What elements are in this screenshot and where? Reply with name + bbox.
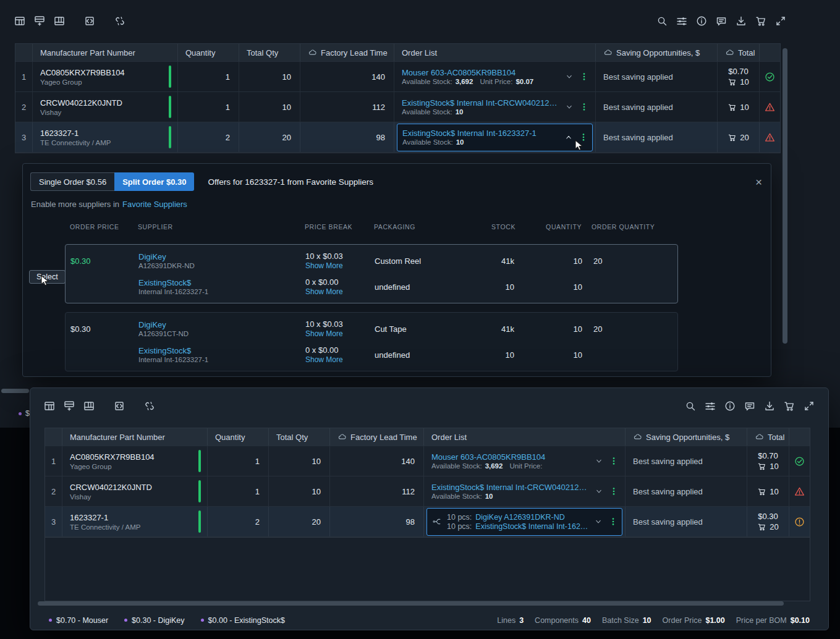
bom-grid-window: Manufacturer Part Number Quantity Total … bbox=[0, 0, 840, 428]
favorite-suppliers-link[interactable]: Favorite Suppliers bbox=[122, 200, 187, 209]
order-list-cell: ExistingStock$ Internal Int-CRCW040212K0… bbox=[424, 476, 626, 506]
supplier-link[interactable]: DigiKey bbox=[138, 320, 295, 329]
cart-button[interactable] bbox=[755, 15, 767, 27]
col-quantity[interactable]: Quantity bbox=[178, 44, 239, 61]
order-select-split[interactable]: 10 pcs:DigiKey A126391DKR-ND 10 pcs:Exis… bbox=[426, 508, 622, 536]
kebab-menu-icon[interactable] bbox=[579, 102, 589, 112]
show-more-link[interactable]: Show More bbox=[305, 261, 365, 270]
unlink-button[interactable] bbox=[114, 15, 126, 27]
horizontal-scrollbar[interactable] bbox=[38, 601, 784, 606]
table-header-view-button[interactable] bbox=[43, 400, 56, 412]
order-list-cell: Mouser 603-AC0805KR9BB104 Available Stoc… bbox=[394, 62, 596, 91]
col-saving[interactable]: Saving Opportunities, $ bbox=[596, 44, 718, 61]
supplier-link[interactable]: ExistingStock$ bbox=[138, 278, 295, 287]
download-button[interactable] bbox=[763, 400, 776, 412]
kebab-menu-icon[interactable] bbox=[579, 72, 589, 82]
order-link[interactable]: DigiKey A126391DKR-ND bbox=[475, 513, 565, 522]
order-select[interactable]: ExistingStock$ Internal Int-CRCW040212K0… bbox=[397, 93, 593, 121]
order-link[interactable]: Mouser 603-AC0805KR9BB104 bbox=[402, 68, 559, 77]
comments-button[interactable] bbox=[744, 400, 756, 412]
expand-button[interactable] bbox=[803, 400, 815, 412]
status-bar: $0.70 - Mouser $0.30 - DigiKey $0.00 - E… bbox=[30, 609, 828, 631]
table-row-selected[interactable]: 3 1623327-1 TE Connectivity / AMP 2 20 9… bbox=[45, 507, 810, 537]
manufacturer: TE Connectivity / AMP bbox=[40, 139, 111, 146]
col-mpn[interactable]: Manufacturer Part Number bbox=[33, 44, 178, 61]
show-more-link[interactable]: Show More bbox=[305, 287, 365, 296]
comments-button[interactable] bbox=[715, 15, 728, 27]
price-break-cell: 10 x $0.03Show More bbox=[300, 252, 370, 270]
cart-qty: 20 bbox=[740, 133, 749, 142]
order-link[interactable]: ExistingStock$ Internal Int-1623327-1 bbox=[402, 129, 559, 138]
chevron-down-icon[interactable] bbox=[564, 72, 574, 82]
chevron-down-icon[interactable] bbox=[593, 517, 603, 527]
kebab-menu-icon[interactable] bbox=[609, 456, 619, 466]
table-row-selected[interactable]: 3 1623327-1 TE Connectivity / AMP 2 20 9… bbox=[15, 122, 780, 153]
show-more-link[interactable]: Show More bbox=[305, 355, 365, 364]
col-saving[interactable]: Saving Opportunities, $ bbox=[626, 428, 747, 446]
insert-row-button[interactable] bbox=[33, 15, 46, 27]
table-row[interactable]: 1 AC0805KRX7R9BB104 Yageo Group 1 10 140… bbox=[45, 446, 810, 476]
kebab-menu-icon[interactable] bbox=[609, 486, 619, 496]
order-select[interactable]: ExistingStock$ Internal Int-CRCW040212K0… bbox=[426, 478, 622, 506]
order-select[interactable]: Mouser 603-AC0805KR9BB104 Available Stoc… bbox=[397, 63, 593, 91]
cart-button[interactable] bbox=[783, 400, 795, 412]
order-select[interactable]: Mouser 603-AC0805KR9BB104 Available Stoc… bbox=[426, 447, 622, 475]
horizontal-scrollbar-fragment[interactable] bbox=[1, 389, 29, 393]
table-footer-view-button[interactable] bbox=[83, 400, 95, 412]
col-order-list[interactable]: Order List bbox=[394, 44, 596, 61]
close-icon[interactable]: × bbox=[755, 176, 762, 188]
supplier-link[interactable]: DigiKey bbox=[138, 252, 295, 261]
legend-dot bbox=[201, 619, 204, 622]
col-total[interactable]: Total bbox=[747, 428, 789, 446]
insert-row-button[interactable] bbox=[63, 400, 75, 412]
chevron-down-icon[interactable] bbox=[564, 102, 574, 112]
info-button[interactable] bbox=[695, 15, 708, 27]
stock-indicator-bar bbox=[198, 480, 201, 502]
order-link[interactable]: ExistingStock$ Internal Int-CRCW040212K0… bbox=[431, 483, 589, 492]
col-mpn[interactable]: Manufacturer Part Number bbox=[62, 428, 208, 446]
col-order-list[interactable]: Order List bbox=[424, 428, 626, 446]
kebab-menu-icon[interactable] bbox=[579, 132, 588, 142]
select-offer-button[interactable]: Select bbox=[29, 270, 66, 284]
col-row-number bbox=[15, 44, 33, 61]
order-link[interactable]: ExistingStock$ Internal Int-16233... bbox=[475, 522, 588, 531]
auto-fit-columns-button[interactable] bbox=[113, 400, 125, 412]
cart-icon bbox=[728, 103, 737, 112]
table-footer-view-button[interactable] bbox=[53, 15, 66, 27]
supplier-link[interactable]: ExistingStock$ bbox=[138, 346, 295, 355]
col-total-qty[interactable]: Total Qty bbox=[269, 428, 330, 446]
col-lead-time[interactable]: Factory Lead Time bbox=[300, 44, 394, 61]
unlink-button[interactable] bbox=[143, 400, 156, 412]
order-link[interactable]: Mouser 603-AC0805KR9BB104 bbox=[431, 452, 589, 462]
search-button[interactable] bbox=[656, 15, 668, 27]
col-total-qty[interactable]: Total Qty bbox=[239, 44, 300, 61]
offer-group[interactable]: $0.30 DigiKeyA126391CT-ND 10 x $0.03Show… bbox=[65, 312, 678, 371]
search-button[interactable] bbox=[684, 400, 697, 412]
tab-single-order[interactable]: Single Order $0.56 bbox=[30, 172, 114, 191]
chevron-down-icon[interactable] bbox=[594, 456, 604, 466]
tab-split-order[interactable]: Split Order $0.30 bbox=[114, 172, 194, 191]
filter-button[interactable] bbox=[704, 400, 716, 412]
auto-fit-columns-button[interactable] bbox=[83, 15, 96, 27]
offer-group-selected[interactable]: $0.30 DigiKeyA126391DKR-ND 10 x $0.03Sho… bbox=[65, 244, 678, 303]
vertical-scrollbar[interactable] bbox=[783, 48, 787, 344]
table-row[interactable]: 2 CRCW040212K0JNTD Vishay 1 10 112 Exist… bbox=[45, 476, 810, 507]
show-more-link[interactable]: Show More bbox=[305, 329, 365, 338]
row-number: 3 bbox=[45, 507, 62, 536]
order-link[interactable]: ExistingStock$ Internal Int-CRCW040212K0… bbox=[402, 98, 559, 108]
order-select-open[interactable]: ExistingStock$ Internal Int-1623327-1 Av… bbox=[397, 124, 593, 151]
chevron-up-icon[interactable] bbox=[564, 132, 574, 142]
col-lead-time[interactable]: Factory Lead Time bbox=[330, 428, 424, 446]
col-total[interactable]: Total bbox=[718, 44, 760, 61]
col-quantity[interactable]: Quantity bbox=[208, 428, 269, 446]
table-row[interactable]: 1 AC0805KRX7R9BB104 Yageo Group 1 10 140… bbox=[15, 62, 780, 92]
info-button[interactable] bbox=[724, 400, 736, 412]
kebab-menu-icon[interactable] bbox=[608, 517, 618, 527]
download-button[interactable] bbox=[735, 15, 747, 27]
chevron-down-icon[interactable] bbox=[594, 486, 604, 496]
expand-button[interactable] bbox=[774, 15, 787, 27]
table-row[interactable]: 2 CRCW040212K0JNTD Vishay 1 10 112 Exist… bbox=[15, 92, 780, 122]
table-header-view-button[interactable] bbox=[14, 15, 26, 27]
stat-price-per-bom: Price per BOM$0.10 bbox=[736, 616, 810, 625]
filter-button[interactable] bbox=[676, 15, 688, 27]
